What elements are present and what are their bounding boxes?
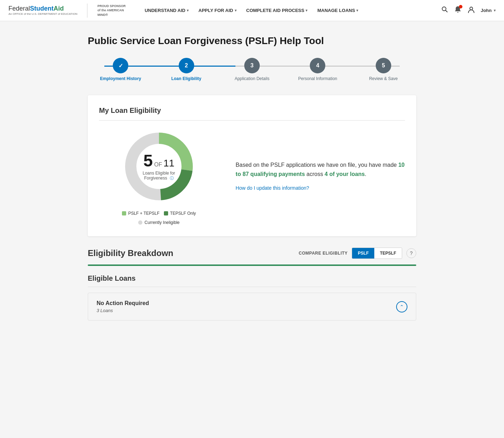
eligible-count: 5	[143, 152, 153, 169]
nav-manage-loans[interactable]: MANAGE LOANS ▾	[313, 5, 362, 16]
total-count: 11	[164, 158, 174, 169]
search-button[interactable]	[441, 6, 448, 15]
svg-line-1	[445, 11, 447, 12]
donut-legend: PSLF + TEPSLF TEPSLF Only Currently Inel…	[99, 211, 219, 225]
eligibility-paragraph: Based on the PSLF applications we have o…	[236, 160, 405, 178]
donut-wrapper: 5 OF 11 Loans Eligible for Forgiveness ⓘ	[99, 128, 219, 225]
breakdown-title: Eligibility Breakdown	[88, 248, 173, 258]
donut-chart: 5 OF 11 Loans Eligible for Forgiveness ⓘ	[120, 128, 198, 205]
step-5[interactable]: 5 Review & Save	[351, 58, 416, 81]
chevron-down-icon: ▾	[187, 8, 189, 12]
step-4[interactable]: 4 Personal Information	[285, 58, 350, 81]
proud-sponsor: PROUD SPONSOR of the AMERICAN MIND®	[97, 4, 129, 17]
step-5-label: Review & Save	[369, 76, 398, 81]
compare-area: COMPARE ELIGIBLITY PSLF TEPSLF ?	[299, 248, 416, 259]
legend-pslf-tepslf: PSLF + TEPSLF	[122, 211, 160, 216]
svg-point-2	[470, 7, 473, 10]
main-nav: UNDERSTAND AID ▾ APPLY FOR AID ▾ COMPLET…	[140, 5, 441, 16]
toggle-group: PSLF TEPSLF	[352, 248, 402, 259]
chevron-down-icon: ▾	[356, 8, 358, 12]
step-2[interactable]: 2 Loan Eligibility	[153, 58, 219, 81]
donut-label: Loans Eligible for Forgiveness ⓘ	[140, 171, 178, 181]
nav-complete-aid-process[interactable]: COMPLETE AID PROCESS ▾	[242, 5, 312, 16]
chevron-down-icon: ▾	[306, 8, 307, 12]
chevron-up-icon: ⌃	[400, 304, 404, 310]
logo-area: FederalStudentAid An OFFICE of the U.S. …	[8, 4, 129, 18]
no-action-left: No Action Required 3 Loans	[97, 300, 149, 313]
donut-of: OF	[154, 162, 162, 168]
step-2-label: Loan Eligibility	[171, 76, 201, 81]
donut-help-icon[interactable]: ⓘ	[170, 176, 174, 180]
main-content: Public Service Loan Forgiveness (PSLF) H…	[79, 21, 425, 335]
svg-point-0	[442, 7, 446, 11]
proud-sponsor-text: PROUD SPONSOR of the AMERICAN MIND®	[97, 4, 125, 17]
step-4-circle: 4	[310, 58, 325, 73]
nav-understand-aid[interactable]: UNDERSTAND AID ▾	[140, 5, 193, 16]
loan-eligibility-card: My Loan Eligibility 5 OF	[88, 95, 416, 236]
legend-tepslf-only: TEPSLF Only	[164, 211, 196, 216]
loans-highlight: 4 of your loans	[325, 171, 365, 177]
notifications-button[interactable]	[454, 6, 462, 15]
breakdown-header: Eligibility Breakdown COMPARE ELIGIBLITY…	[88, 248, 416, 259]
eligible-loans-title: Eligible Loans	[88, 274, 416, 287]
legend-dot-ineligible	[138, 220, 142, 225]
breakdown-help-button[interactable]: ?	[406, 248, 416, 258]
step-5-circle: 5	[376, 58, 391, 73]
collapse-button[interactable]: ⌃	[396, 301, 407, 312]
user-name: John	[481, 8, 492, 13]
eligibility-description: Based on the PSLF applications we have o…	[236, 160, 405, 192]
step-1[interactable]: ✓ Employment History	[88, 58, 153, 81]
legend-ineligible: Currently Ineligible	[99, 220, 219, 225]
logo-aid: Aid	[54, 5, 64, 12]
notification-badge	[459, 5, 462, 8]
step-3-label: Application Details	[235, 76, 270, 81]
user-menu-button[interactable]: John ▾	[481, 8, 496, 13]
compare-label: COMPARE ELIGIBLITY	[299, 251, 348, 256]
user-chevron-icon: ▾	[494, 8, 496, 12]
toggle-tepslf[interactable]: TEPSLF	[374, 248, 402, 258]
no-action-required-card: No Action Required 3 Loans ⌃	[88, 293, 416, 321]
page-title: Public Service Loan Forgiveness (PSLF) H…	[88, 35, 416, 47]
loan-eligibility-title: My Loan Eligibility	[99, 107, 405, 121]
legend-dot-pslf-tepslf	[122, 211, 126, 215]
loan-eligibility-content: 5 OF 11 Loans Eligible for Forgiveness ⓘ	[99, 128, 405, 225]
update-info-link[interactable]: How do I update this information?	[236, 184, 405, 192]
step-3[interactable]: 3 Application Details	[219, 58, 285, 81]
eligible-loans-section: Eligible Loans No Action Required 3 Loan…	[88, 274, 416, 321]
legend-dot-tepslf	[164, 211, 168, 215]
logo-text: FederalStudentAid An OFFICE of the U.S. …	[8, 5, 77, 16]
nav-apply-for-aid[interactable]: APPLY FOR AID ▾	[194, 5, 240, 16]
breakdown-divider	[88, 264, 416, 266]
logo-divider	[87, 4, 87, 18]
step-2-circle: 2	[179, 58, 194, 73]
step-1-label: Employment History	[100, 76, 141, 81]
logo-student: Student	[30, 5, 54, 12]
eligibility-breakdown-section: Eligibility Breakdown COMPARE ELIGIBLITY…	[88, 248, 416, 321]
main-header: FederalStudentAid An OFFICE of the U.S. …	[0, 0, 504, 21]
logo-subtitle: An OFFICE of the U.S. DEPARTMENT of EDUC…	[8, 12, 77, 16]
no-action-subtitle: 3 Loans	[97, 308, 149, 313]
toggle-pslf[interactable]: PSLF	[352, 248, 374, 258]
header-actions: John ▾	[441, 6, 496, 15]
chevron-down-icon: ▾	[235, 8, 236, 12]
user-icon	[467, 6, 475, 15]
step-4-label: Personal Information	[298, 76, 337, 81]
no-action-title: No Action Required	[97, 300, 149, 306]
donut-center-stats: 5 OF 11 Loans Eligible for Forgiveness ⓘ	[140, 152, 178, 181]
step-3-circle: 3	[244, 58, 260, 73]
step-1-circle: ✓	[113, 58, 128, 73]
logo-federal: Federal	[8, 5, 30, 12]
progress-stepper: ✓ Employment History 2 Loan Eligibility …	[88, 58, 416, 81]
